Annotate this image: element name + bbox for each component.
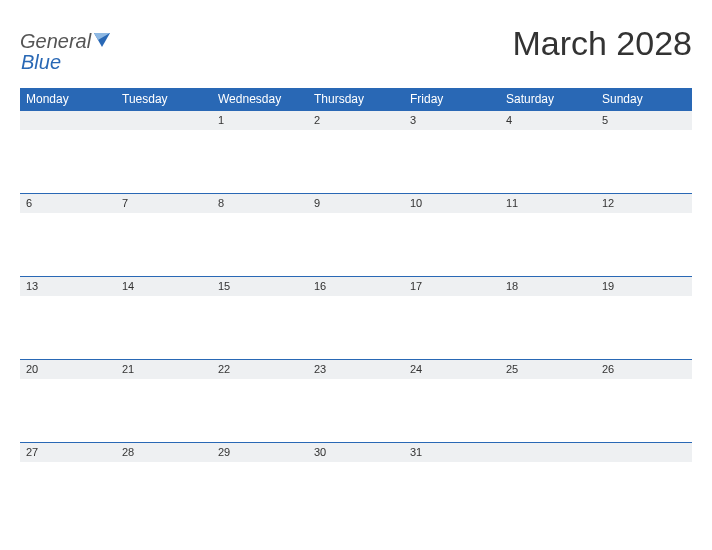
day-number: 11 [500,193,596,213]
calendar-cell: 10 [404,193,500,276]
calendar-cell: 16 [308,276,404,359]
calendar-cell [20,110,116,193]
day-header: Sunday [596,88,692,110]
calendar-cell: 22 [212,359,308,442]
day-header: Wednesday [212,88,308,110]
calendar-cell: 4 [500,110,596,193]
day-number: 26 [596,359,692,379]
day-number: 7 [116,193,212,213]
day-header-row: Monday Tuesday Wednesday Thursday Friday… [20,88,692,110]
calendar-cell: 8 [212,193,308,276]
day-number: 4 [500,110,596,130]
calendar-cell [500,442,596,525]
day-number [20,110,116,130]
calendar-row: 13 14 15 16 17 18 19 [20,276,692,359]
calendar-cell: 24 [404,359,500,442]
calendar-grid: Monday Tuesday Wednesday Thursday Friday… [20,88,692,525]
calendar-cell: 28 [116,442,212,525]
day-header: Friday [404,88,500,110]
calendar-cell: 25 [500,359,596,442]
day-number [596,442,692,462]
calendar-cell [596,442,692,525]
day-number: 10 [404,193,500,213]
calendar-row: 20 21 22 23 24 25 26 [20,359,692,442]
calendar-cell: 19 [596,276,692,359]
calendar-cell: 27 [20,442,116,525]
calendar-cell: 3 [404,110,500,193]
day-number: 28 [116,442,212,462]
calendar-cell: 23 [308,359,404,442]
day-number: 5 [596,110,692,130]
calendar-row: 27 28 29 30 31 [20,442,692,525]
day-number: 30 [308,442,404,462]
day-number: 15 [212,276,308,296]
logo-word-blue: Blue [21,51,61,73]
day-number: 23 [308,359,404,379]
calendar-cell: 18 [500,276,596,359]
day-number: 29 [212,442,308,462]
calendar-cell: 7 [116,193,212,276]
day-number: 17 [404,276,500,296]
calendar-cell: 5 [596,110,692,193]
calendar-cell: 6 [20,193,116,276]
day-number: 1 [212,110,308,130]
calendar-cell: 15 [212,276,308,359]
day-number: 22 [212,359,308,379]
day-header: Monday [20,88,116,110]
calendar-cell: 14 [116,276,212,359]
calendar-cell: 26 [596,359,692,442]
day-number: 12 [596,193,692,213]
logo-triangle-icon [94,33,110,51]
day-number: 31 [404,442,500,462]
day-number: 25 [500,359,596,379]
calendar-body: 1 2 3 4 5 6 7 8 9 10 11 12 13 14 15 16 1… [20,110,692,525]
day-number: 18 [500,276,596,296]
day-number: 2 [308,110,404,130]
day-header: Tuesday [116,88,212,110]
calendar-cell: 31 [404,442,500,525]
calendar-cell [116,110,212,193]
day-number: 6 [20,193,116,213]
day-number: 20 [20,359,116,379]
day-number [116,110,212,130]
day-number: 21 [116,359,212,379]
calendar-cell: 29 [212,442,308,525]
day-number: 9 [308,193,404,213]
day-number: 13 [20,276,116,296]
calendar-cell: 30 [308,442,404,525]
calendar-row: 1 2 3 4 5 [20,110,692,193]
day-header: Thursday [308,88,404,110]
page-title: March 2028 [512,24,692,63]
calendar-cell: 20 [20,359,116,442]
day-number [500,442,596,462]
calendar-cell: 1 [212,110,308,193]
day-number: 16 [308,276,404,296]
calendar-cell: 17 [404,276,500,359]
day-number: 8 [212,193,308,213]
day-number: 19 [596,276,692,296]
day-number: 27 [20,442,116,462]
day-header: Saturday [500,88,596,110]
calendar-cell: 13 [20,276,116,359]
logo: General [20,24,112,53]
calendar-cell: 11 [500,193,596,276]
day-number: 24 [404,359,500,379]
logo-word-general: General [20,30,91,53]
day-number: 3 [404,110,500,130]
calendar-row: 6 7 8 9 10 11 12 [20,193,692,276]
calendar-cell: 9 [308,193,404,276]
calendar-cell: 21 [116,359,212,442]
day-number: 14 [116,276,212,296]
calendar-cell: 12 [596,193,692,276]
calendar-cell: 2 [308,110,404,193]
